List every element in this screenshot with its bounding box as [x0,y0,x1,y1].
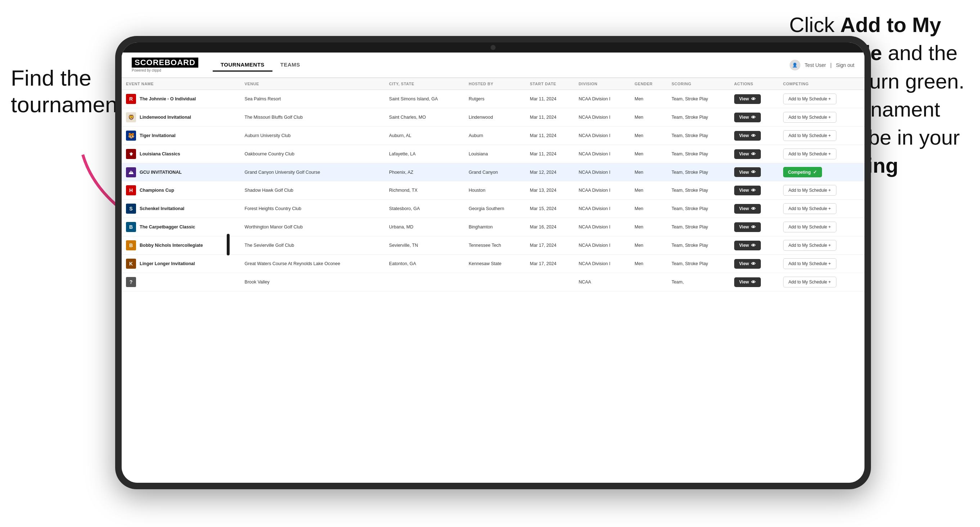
cell-competing: Add to My Schedule + [779,218,864,237]
view-label: View [739,97,749,102]
cell-gender: Men [630,255,667,273]
view-label: View [739,133,749,138]
check-icon: ✓ [813,170,817,175]
cell-division: NCAA Division I [574,237,630,255]
cell-scoring: Team, Stroke Play [667,108,730,127]
view-button[interactable]: View 👁 [734,259,761,269]
view-button[interactable]: View 👁 [734,131,761,141]
add-schedule-button[interactable]: Add to My Schedule + [783,240,837,251]
view-button[interactable]: View 👁 [734,204,761,214]
eye-icon: 👁 [751,243,756,248]
cell-start-date: Mar 17, 2024 [525,237,574,255]
cell-hosted-by: Grand Canyon [464,163,525,181]
team-logo: B [126,222,136,232]
view-label: View [739,151,749,157]
col-gender: GENDER [630,78,667,90]
add-schedule-button[interactable]: Add to My Schedule + [783,112,837,123]
add-schedule-button[interactable]: Add to My Schedule + [783,149,837,159]
view-button[interactable]: View 👁 [734,94,761,104]
add-schedule-button[interactable]: Add to My Schedule + [783,203,837,214]
view-button[interactable]: View 👁 [734,149,761,159]
eye-icon: 👁 [751,224,756,230]
cell-venue: The Missouri Bluffs Golf Club [240,108,385,127]
cell-hosted-by: Auburn [464,127,525,145]
team-logo: R [126,94,136,104]
cell-start-date: Mar 11, 2024 [525,90,574,108]
eye-icon: 👁 [751,115,756,120]
cell-start-date: Mar 11, 2024 [525,145,574,163]
add-schedule-button[interactable]: Add to My Schedule + [783,277,837,287]
sign-out-link[interactable]: Sign out [836,62,854,68]
cell-hosted-by: Tennessee Tech [464,237,525,255]
cell-event-name: 🐯 Tiger Invitational [122,127,240,145]
cell-city-state: Saint Charles, MO [385,108,464,127]
cell-actions: View 👁 [730,218,779,237]
event-name-text: Louisiana Classics [140,151,180,157]
view-button[interactable]: View 👁 [734,113,761,122]
cell-start-date: Mar 16, 2024 [525,218,574,237]
cell-division: NCAA Division I [574,181,630,200]
cell-actions: View 👁 [730,90,779,108]
add-schedule-label: Add to My Schedule + [789,279,831,284]
cell-division: NCAA Division I [574,90,630,108]
add-schedule-button[interactable]: Add to My Schedule + [783,94,837,104]
logo-sub: Powered by clippd [132,68,198,72]
table-row: S Schenkel Invitational Forest Heights C… [122,200,864,218]
competing-button[interactable]: Competing ✓ [783,167,822,177]
cell-start-date: Mar 12, 2024 [525,163,574,181]
cell-start-date: Mar 13, 2024 [525,181,574,200]
cell-competing: Competing ✓ [779,163,864,181]
table-row: ⚜ Louisiana Classics Oakbourne Country C… [122,145,864,163]
table-header-row: EVENT NAME VENUE CITY, STATE HOSTED BY S… [122,78,864,90]
event-name-text: Lindenwood Invitational [140,115,191,120]
cell-scoring: Team, Stroke Play [667,200,730,218]
event-name-text: Schenkel Invitational [140,206,184,211]
view-label: View [739,224,749,230]
view-button[interactable]: View 👁 [734,277,761,287]
annotation-left-text: Find the tournament. [11,65,130,117]
team-logo: H [126,185,136,195]
cell-hosted-by: Georgia Southern [464,200,525,218]
table-row: B The Carpetbagger Classic Worthington M… [122,218,864,237]
add-schedule-label: Add to My Schedule + [789,133,831,138]
tab-teams[interactable]: TEAMS [272,59,308,71]
col-venue: VENUE [240,78,385,90]
cell-hosted-by: Rutgers [464,90,525,108]
cell-scoring: Team, Stroke Play [667,90,730,108]
cell-competing: Add to My Schedule + [779,273,864,291]
cell-hosted-by [464,273,525,291]
view-button[interactable]: View 👁 [734,222,761,232]
cell-venue: Great Waters Course At Reynolds Lake Oco… [240,255,385,273]
cell-city-state: Lafayette, LA [385,145,464,163]
cell-venue: Worthington Manor Golf Club [240,218,385,237]
table-row: K Linger Longer Invitational Great Water… [122,255,864,273]
cell-competing: Add to My Schedule + [779,127,864,145]
event-name-text: The Carpetbagger Classic [140,224,195,230]
eye-icon: 👁 [751,279,756,285]
cell-start-date: Mar 11, 2024 [525,108,574,127]
view-label: View [739,243,749,248]
cell-scoring: Team, Stroke Play [667,237,730,255]
view-button[interactable]: View 👁 [734,241,761,250]
view-button[interactable]: View 👁 [734,186,761,195]
table-row: 🦁 Lindenwood Invitational The Missouri B… [122,108,864,127]
add-schedule-button[interactable]: Add to My Schedule + [783,258,837,269]
nav-tabs: TOURNAMENTS TEAMS [213,59,308,71]
view-button[interactable]: View 👁 [734,167,761,177]
cell-gender: Men [630,145,667,163]
tab-tournaments[interactable]: TOURNAMENTS [213,59,272,71]
add-schedule-label: Add to My Schedule + [789,206,831,211]
cell-event-name: B Bobby Nichols Intercollegiate [122,237,240,255]
add-schedule-button[interactable]: Add to My Schedule + [783,130,837,141]
add-schedule-button[interactable]: Add to My Schedule + [783,222,837,232]
table-body: R The Johnnie - O Individual Sea Palms R… [122,90,864,291]
eye-icon: 👁 [751,261,756,267]
tournament-table: EVENT NAME VENUE CITY, STATE HOSTED BY S… [122,78,864,291]
cell-division: NCAA Division I [574,127,630,145]
eye-icon: 👁 [751,133,756,138]
cell-actions: View 👁 [730,181,779,200]
add-schedule-button[interactable]: Add to My Schedule + [783,185,837,196]
cell-actions: View 👁 [730,145,779,163]
cell-actions: View 👁 [730,273,779,291]
cell-division: NCAA Division I [574,218,630,237]
